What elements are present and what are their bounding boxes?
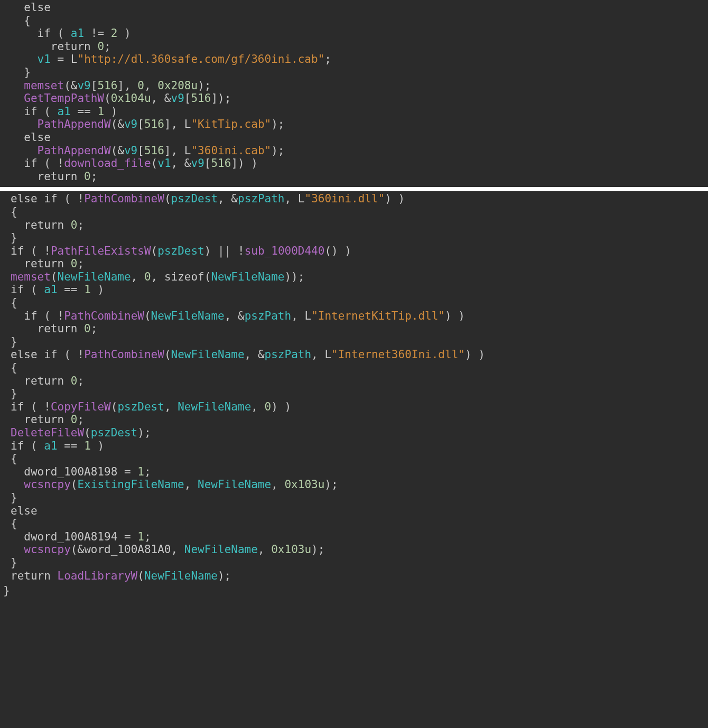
- var-existingfilename: ExistingFileName: [77, 478, 184, 491]
- code-panel-2: else if ( !PathCombineW(pszDest, &pszPat…: [0, 191, 708, 601]
- kw-return: return: [51, 40, 91, 53]
- fn-deletefilew: DeleteFileW: [11, 426, 84, 439]
- var-v9: v9: [77, 79, 90, 92]
- hex-103u: 0x103u: [284, 478, 324, 491]
- brace-close: }: [24, 66, 31, 79]
- fn-pathfileexistsw: PathFileExistsW: [51, 245, 151, 257]
- code-panel-1: else { if ( a1 != 2 ) return 0; v1 = L"h…: [0, 0, 708, 187]
- wide-prefix: L: [298, 192, 305, 205]
- fn-pathcombinew: PathCombineW: [84, 192, 164, 205]
- fn-loadlibraryw: LoadLibraryW: [58, 570, 138, 582]
- str-360ini: "360ini.cab": [191, 144, 271, 157]
- hex-208u: 0x208u: [157, 79, 198, 92]
- brace-open: {: [24, 14, 31, 27]
- code-block-1: else { if ( a1 != 2 ) return 0; v1 = L"h…: [0, 0, 708, 184]
- wide-prefix: L: [71, 53, 78, 66]
- var-pszdest: pszDest: [171, 192, 218, 205]
- separator: [0, 187, 708, 191]
- kw-sizeof: sizeof: [164, 270, 204, 283]
- idx-516: 516: [97, 79, 117, 92]
- var-v1: v1: [38, 53, 51, 66]
- var-a1: a1: [71, 27, 84, 40]
- hex-104u: 0x104u: [111, 92, 151, 105]
- str-360inidll: "360ini.dll": [305, 192, 385, 205]
- kw-else: else: [24, 1, 51, 14]
- str-url: "http://dl.360safe.com/gf/360ini.cab": [78, 53, 325, 66]
- fn-copyfilew: CopyFileW: [51, 400, 111, 413]
- var-pszpath: pszPath: [238, 192, 285, 205]
- closing-brace: }: [0, 583, 708, 599]
- str-internetkittip: "InternetKitTip.dll": [311, 310, 445, 322]
- fn-gettemppathw: GetTempPathW: [24, 92, 104, 105]
- fn-memset: memset: [24, 79, 64, 92]
- num-1: 1: [97, 105, 104, 118]
- fn-sub1000d440: sub_1000D440: [245, 245, 325, 257]
- global-word100a81a0: word_100A81A0: [84, 543, 171, 556]
- fn-download-file: download_file: [64, 157, 151, 170]
- num-0: 0: [97, 40, 104, 53]
- fn-wcsncpy: wcsncpy: [24, 478, 71, 491]
- str-kittip: "KitTip.cab": [191, 118, 271, 130]
- str-internet360ini: "Internet360Ini.dll": [331, 348, 465, 361]
- code-block-2: else if ( !PathCombineW(pszDest, &pszPat…: [0, 191, 708, 583]
- var-newfilename: NewFileName: [58, 270, 131, 283]
- fn-pathappendw: PathAppendW: [38, 118, 111, 130]
- var-a1: a1: [44, 283, 57, 296]
- global-dword198: dword_100A8198: [24, 465, 117, 478]
- num-2: 2: [111, 27, 118, 40]
- kw-if: if: [38, 27, 51, 40]
- global-dword194: dword_100A8194: [24, 530, 117, 543]
- kw-else-if: else: [11, 192, 38, 205]
